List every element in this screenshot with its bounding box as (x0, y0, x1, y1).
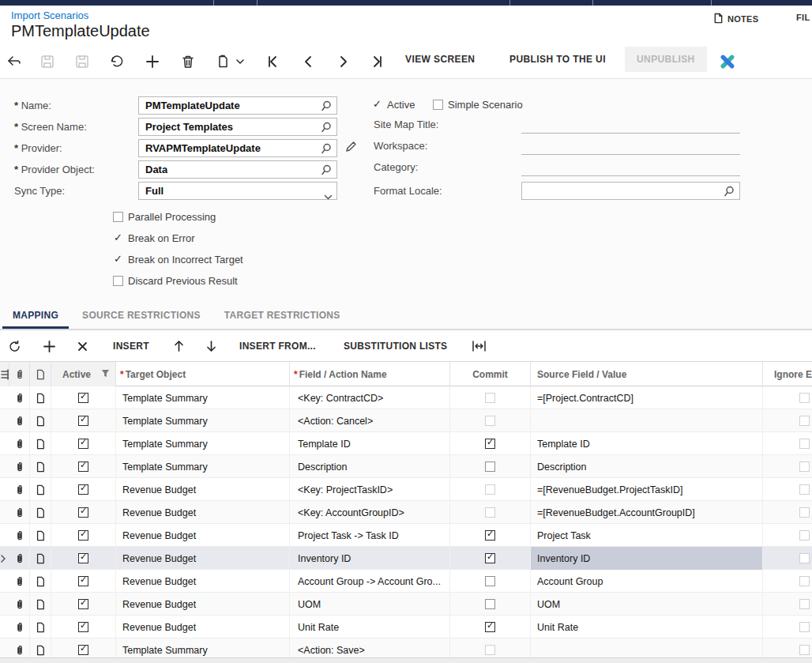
row-ignore-error-checkbox[interactable] (799, 622, 810, 632)
mapping-grid-row[interactable]: Revenue Budget Inventory ID Inventory ID (0, 547, 812, 570)
row-commit-checkbox[interactable] (485, 416, 495, 426)
mapping-grid-row[interactable]: Template Summary <Action: Save> (0, 639, 812, 657)
row-commit-checkbox[interactable] (485, 599, 495, 609)
cell-field-action-name[interactable]: Description (290, 455, 450, 478)
checkbox-box[interactable] (433, 100, 443, 110)
mapping-grid-row[interactable]: Revenue Budget Account Group -> Account … (0, 570, 812, 593)
row-ignore-error-checkbox[interactable] (799, 484, 810, 495)
parallel-processing-checkbox[interactable]: Parallel Processing (113, 211, 216, 223)
cell-target-object[interactable]: Template Summary (116, 386, 290, 409)
lookup-icon[interactable] (320, 142, 333, 158)
row-commit-checkbox[interactable] (485, 530, 495, 541)
cell-source-field-value[interactable] (531, 639, 762, 657)
cell-target-object[interactable]: Revenue Budget (116, 524, 290, 547)
add-row-icon[interactable] (39, 337, 58, 356)
discard-previous-result-checkbox[interactable]: Discard Previous Result (113, 275, 238, 287)
workspace-input[interactable] (521, 154, 740, 155)
checkbox-box[interactable] (113, 276, 123, 286)
row-ignore-error-checkbox[interactable] (799, 393, 810, 403)
cell-source-field-value[interactable]: Unit Rate (531, 616, 762, 639)
cell-field-action-name[interactable]: <Action: Save> (290, 639, 450, 657)
mapping-grid-row[interactable]: Template Summary Description Description (0, 455, 812, 478)
row-active-checkbox[interactable] (78, 645, 88, 655)
row-note-icon[interactable] (9, 593, 30, 616)
go-next-icon[interactable] (334, 52, 353, 71)
row-file-icon[interactable] (30, 524, 51, 547)
row-note-icon[interactable] (9, 524, 30, 547)
simple-scenario-checkbox[interactable]: Simple Scenario (433, 99, 523, 111)
cell-target-object[interactable]: Template Summary (116, 639, 290, 657)
move-row-up-icon[interactable] (169, 337, 188, 356)
cell-field-action-name[interactable]: <Key: ProjectTaskID> (290, 478, 450, 501)
column-header-commit[interactable]: Commit (450, 362, 531, 386)
tab-mapping[interactable]: MAPPING (2, 303, 69, 329)
row-note-icon[interactable] (9, 386, 30, 409)
row-ignore-error-checkbox[interactable] (799, 507, 810, 518)
cell-source-field-value[interactable] (531, 409, 762, 432)
row-file-icon[interactable] (30, 409, 51, 432)
row-active-checkbox[interactable] (78, 484, 88, 495)
row-file-icon[interactable] (30, 478, 51, 501)
cell-target-object[interactable]: Revenue Budget (116, 616, 290, 639)
row-active-checkbox[interactable] (78, 393, 88, 403)
column-header-source-field[interactable]: Source Field / Value (531, 362, 763, 386)
column-header-ignore-error[interactable]: Ignore E (763, 362, 812, 386)
row-ignore-error-checkbox[interactable] (799, 645, 810, 655)
row-active-checkbox[interactable] (78, 507, 88, 518)
cell-target-object[interactable]: Revenue Budget (116, 570, 290, 593)
row-file-icon[interactable] (30, 432, 51, 455)
go-last-icon[interactable] (368, 52, 387, 71)
screen-name-input[interactable]: Project Templates (138, 118, 337, 136)
substitution-lists-button[interactable]: SUBSTITUTION LISTS (344, 341, 447, 352)
name-input[interactable]: PMTemplateUpdate (138, 96, 337, 115)
row-ignore-error-checkbox[interactable] (799, 439, 810, 449)
cell-field-action-name[interactable]: Unit Rate (290, 616, 450, 639)
mapping-grid-row[interactable]: Revenue Budget Unit Rate Unit Rate (0, 616, 812, 639)
publish-to-ui-button[interactable]: PUBLISH TO THE UI (509, 54, 606, 65)
mapping-grid-row[interactable]: Template Summary Template ID Template ID (0, 432, 812, 455)
cell-target-object[interactable]: Template Summary (116, 409, 290, 432)
filter-icon[interactable] (101, 369, 110, 380)
mapping-grid-row[interactable]: Template Summary <Key: ContractCD> =[Pro… (0, 386, 812, 409)
cell-target-object[interactable]: Revenue Budget (116, 593, 290, 616)
column-header-active[interactable]: Active (51, 362, 116, 386)
row-note-icon[interactable] (9, 478, 30, 501)
cell-source-field-value[interactable]: UOM (531, 593, 762, 616)
lookup-icon[interactable] (320, 121, 333, 137)
cell-source-field-value[interactable]: Project Task (531, 524, 762, 547)
cell-field-action-name[interactable]: UOM (290, 593, 450, 616)
row-ignore-error-checkbox[interactable] (799, 461, 810, 472)
site-map-title-input[interactable] (521, 133, 740, 134)
column-header-field-action[interactable]: *Field / Action Name (290, 362, 450, 386)
row-active-checkbox[interactable] (78, 553, 88, 563)
breadcrumb-import-scenarios[interactable]: Import Scenarios (11, 9, 88, 21)
mapping-grid-row[interactable]: Revenue Budget <Key: ProjectTaskID> =[Re… (0, 478, 812, 501)
row-note-icon[interactable] (9, 570, 30, 593)
cell-field-action-name[interactable]: Inventory ID (290, 547, 450, 570)
provider-object-input[interactable]: Data (138, 160, 337, 179)
row-note-icon[interactable] (9, 616, 30, 639)
cell-source-field-value[interactable]: Template ID (531, 432, 762, 455)
cell-field-action-name[interactable]: Template ID (290, 432, 450, 455)
view-screen-button[interactable]: VIEW SCREEN (405, 54, 475, 65)
move-row-down-icon[interactable] (201, 337, 220, 356)
row-active-checkbox[interactable] (78, 576, 88, 586)
row-commit-checkbox[interactable] (485, 484, 495, 495)
lookup-icon[interactable] (320, 164, 333, 179)
tab-source-restrictions[interactable]: SOURCE RESTRICTIONS (72, 303, 211, 329)
delete-icon[interactable] (179, 52, 197, 71)
row-commit-checkbox[interactable] (485, 553, 495, 563)
cell-target-object[interactable]: Revenue Budget (116, 547, 290, 570)
cell-field-action-name[interactable]: <Action: Cancel> (290, 409, 450, 432)
checkbox-box[interactable] (113, 233, 123, 243)
provider-input[interactable]: RVAPMTemplateUpdate (138, 139, 337, 157)
go-previous-icon[interactable] (299, 52, 318, 71)
active-checkbox[interactable]: Active (372, 99, 415, 111)
cell-target-object[interactable]: Template Summary (116, 455, 290, 478)
row-commit-checkbox[interactable] (485, 393, 495, 403)
row-commit-checkbox[interactable] (485, 622, 495, 632)
cancel-undo-icon[interactable] (107, 52, 126, 71)
row-commit-checkbox[interactable] (485, 507, 495, 518)
cell-source-field-value[interactable]: Account Group (531, 570, 762, 593)
copy-paste-chevron-icon[interactable] (234, 52, 246, 71)
